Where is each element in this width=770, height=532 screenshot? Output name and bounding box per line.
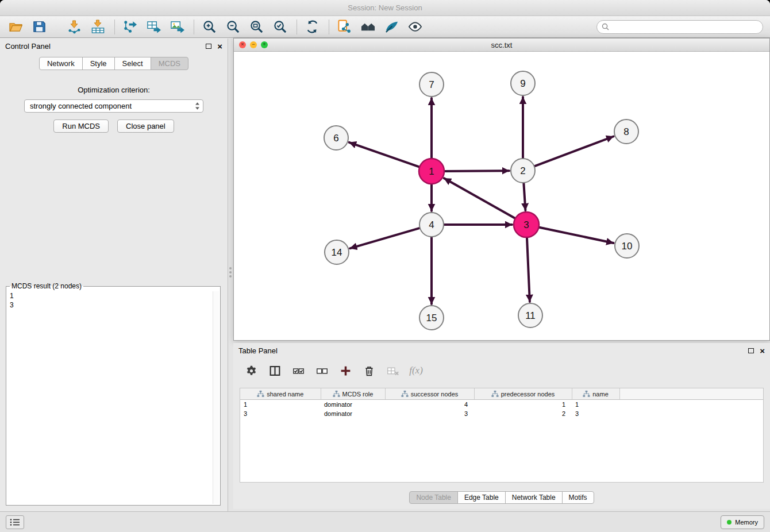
optimization-dropdown[interactable]: strongly connected component xyxy=(24,99,203,113)
table-row[interactable]: 1dominator411 xyxy=(240,400,763,410)
column-header-predecessor-nodes[interactable]: predecessor nodes xyxy=(474,388,572,400)
main-toolbar xyxy=(0,16,770,38)
graph-node[interactable]: 14 xyxy=(325,240,349,264)
search-box[interactable] xyxy=(596,20,763,34)
window-titlebar: Session: New Session xyxy=(0,0,770,16)
table-panel-tabs: Node TableEdge TableNetwork TableMotifs xyxy=(233,491,770,504)
delete-column-icon[interactable] xyxy=(362,364,376,377)
graph-node[interactable]: 4 xyxy=(419,213,444,237)
dropdown-stepper-icon xyxy=(195,102,200,110)
eye-icon[interactable] xyxy=(406,18,424,36)
close-panel-button[interactable]: Close panel xyxy=(117,119,174,133)
export-network-icon[interactable] xyxy=(121,18,138,36)
run-mcds-button[interactable]: Run MCDS xyxy=(53,119,109,133)
list-icon xyxy=(10,518,20,526)
graph-node[interactable]: 6 xyxy=(324,126,348,150)
network-graph: 7968124314101511 xyxy=(234,51,769,340)
column-header-shared-name[interactable]: shared name xyxy=(240,388,321,400)
svg-text:15: 15 xyxy=(426,313,437,323)
graph-edge[interactable] xyxy=(350,228,419,248)
column-label: predecessor nodes xyxy=(501,391,555,398)
table-tab-node-table[interactable]: Node Table xyxy=(409,491,458,504)
tab-network[interactable]: Network xyxy=(39,57,83,70)
table-tab-edge-table[interactable]: Edge Table xyxy=(457,491,506,504)
dropdown-value: strongly connected component xyxy=(30,102,195,110)
column-label: name xyxy=(592,391,609,398)
float-table-panel-icon[interactable] xyxy=(748,348,754,353)
open-session-icon[interactable] xyxy=(7,18,24,36)
memory-button[interactable]: Memory xyxy=(721,515,764,529)
save-session-icon[interactable] xyxy=(30,18,48,36)
graph-node[interactable]: 1 xyxy=(419,159,444,184)
mcds-buttons-row: Run MCDS Close panel xyxy=(0,119,228,133)
memory-status-dot xyxy=(727,520,732,525)
graph-edge[interactable] xyxy=(444,178,515,218)
graph-edge[interactable] xyxy=(445,171,509,171)
table-cell-filler xyxy=(619,409,763,418)
export-image-icon[interactable] xyxy=(168,18,186,36)
svg-text:8: 8 xyxy=(623,126,629,137)
mcds-result-list[interactable]: 13 xyxy=(10,291,217,310)
tab-select[interactable]: Select xyxy=(114,57,151,70)
column-type-icon xyxy=(401,390,409,398)
toolbar-separator xyxy=(114,20,115,34)
show-panels-button[interactable] xyxy=(6,515,24,529)
graph-node[interactable]: 3 xyxy=(514,212,539,237)
graph-node[interactable]: 7 xyxy=(419,72,444,97)
result-scrollbar[interactable] xyxy=(213,291,219,504)
ndex-icon[interactable] xyxy=(359,18,376,36)
gear-icon[interactable] xyxy=(244,364,258,377)
tab-mcds[interactable]: MCDS xyxy=(151,57,188,70)
column-label: shared name xyxy=(267,391,303,398)
apply-layout-icon[interactable] xyxy=(336,18,353,36)
search-input[interactable] xyxy=(613,22,758,32)
toolbar-separator xyxy=(194,20,194,34)
graph-edge[interactable] xyxy=(349,142,419,167)
control-panel-header: Control Panel × xyxy=(0,38,228,53)
select-all-rows-icon[interactable] xyxy=(291,364,305,377)
import-table-icon[interactable] xyxy=(89,18,106,36)
svg-text:3: 3 xyxy=(523,219,529,230)
zoom-out-icon[interactable] xyxy=(224,18,241,36)
zoom-fit-icon[interactable] xyxy=(248,18,265,36)
control-panel: Control Panel × NetworkStyleSelectMCDS O… xyxy=(0,38,228,511)
column-header-name[interactable]: name xyxy=(572,388,619,400)
network-canvas[interactable]: 7968124314101511 xyxy=(234,51,769,340)
graph-node[interactable]: 8 xyxy=(614,119,638,144)
window-minimize-button[interactable]: − xyxy=(250,41,257,48)
graph-node[interactable]: 9 xyxy=(511,71,535,95)
toggle-columns-icon[interactable] xyxy=(268,364,282,377)
column-label: successor nodes xyxy=(411,391,459,398)
graph-node[interactable]: 2 xyxy=(511,159,535,183)
table-tab-network-table[interactable]: Network Table xyxy=(505,491,563,504)
create-column-icon[interactable] xyxy=(338,364,352,377)
graph-edge[interactable] xyxy=(540,228,614,243)
graph-node[interactable]: 15 xyxy=(419,306,444,330)
close-table-panel-icon[interactable]: × xyxy=(760,346,765,355)
svg-text:6: 6 xyxy=(333,133,338,144)
refresh-layout-icon[interactable] xyxy=(303,18,321,36)
graph-node[interactable]: 11 xyxy=(518,303,542,327)
deselect-all-rows-icon[interactable] xyxy=(315,364,329,377)
window-zoom-button[interactable]: + xyxy=(261,41,268,48)
tab-style[interactable]: Style xyxy=(82,57,115,70)
column-header-successor-nodes[interactable]: successor nodes xyxy=(385,388,474,400)
graph-edge[interactable] xyxy=(527,238,530,302)
panel-splitter[interactable] xyxy=(228,38,233,511)
style-brush-icon[interactable] xyxy=(383,18,400,36)
zoom-in-icon[interactable] xyxy=(201,18,218,36)
table-tab-motifs[interactable]: Motifs xyxy=(562,491,594,504)
graph-node[interactable]: 10 xyxy=(615,234,639,258)
graph-edge[interactable] xyxy=(523,183,525,210)
import-network-icon[interactable] xyxy=(66,18,83,36)
column-header-mcds-role[interactable]: MCDS role xyxy=(321,388,385,400)
zoom-selected-icon[interactable] xyxy=(271,18,288,36)
column-type-icon xyxy=(583,390,590,398)
graph-edge[interactable] xyxy=(535,137,614,167)
table-cell: dominator xyxy=(321,409,385,418)
window-close-button[interactable]: × xyxy=(239,41,246,48)
close-panel-icon[interactable]: × xyxy=(217,42,222,51)
export-table-icon[interactable] xyxy=(145,18,162,36)
float-panel-icon[interactable] xyxy=(206,44,211,49)
table-row[interactable]: 3dominator323 xyxy=(240,409,763,418)
